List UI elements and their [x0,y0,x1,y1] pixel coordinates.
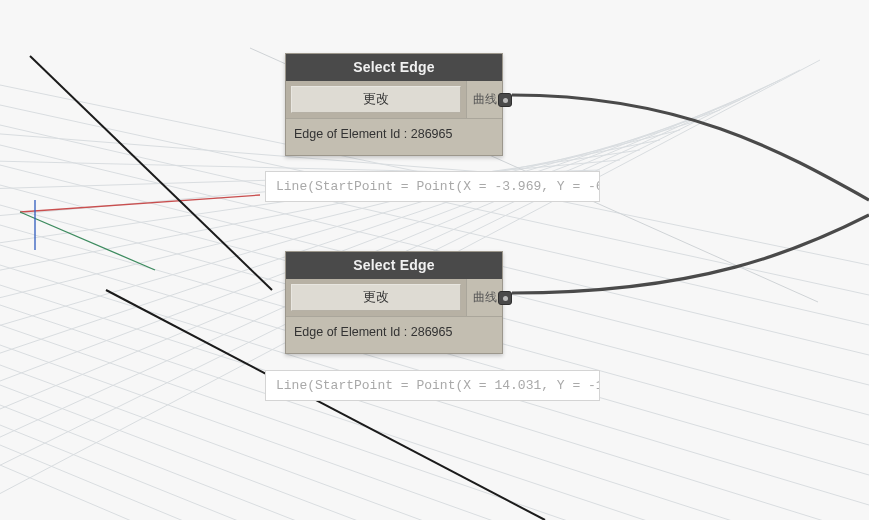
change-button[interactable]: 更改 [291,86,461,113]
graph-canvas[interactable]: Select Edge 更改 曲线 Edge of Element Id : 2… [0,0,869,520]
port-connector-icon[interactable] [498,93,512,107]
node-description: Edge of Element Id : 286965 [286,118,502,155]
port-connector-icon[interactable] [498,291,512,305]
value-preview-tooltip-1: Line(StartPoint = Point(X = -3.969, Y = … [265,171,600,202]
node-select-edge-2[interactable]: Select Edge 更改 曲线 Edge of Element Id : 2… [285,251,503,354]
value-preview-tooltip-2: Line(StartPoint = Point(X = 14.031, Y = … [265,370,600,401]
port-label: 曲线 [473,289,497,306]
node-title: Select Edge [286,54,502,81]
node-select-edge-1[interactable]: Select Edge 更改 曲线 Edge of Element Id : 2… [285,53,503,156]
node-description: Edge of Element Id : 286965 [286,316,502,353]
node-title: Select Edge [286,252,502,279]
output-port-curve[interactable]: 曲线 [466,279,502,316]
output-port-curve[interactable]: 曲线 [466,81,502,118]
change-button[interactable]: 更改 [291,284,461,311]
port-label: 曲线 [473,91,497,108]
